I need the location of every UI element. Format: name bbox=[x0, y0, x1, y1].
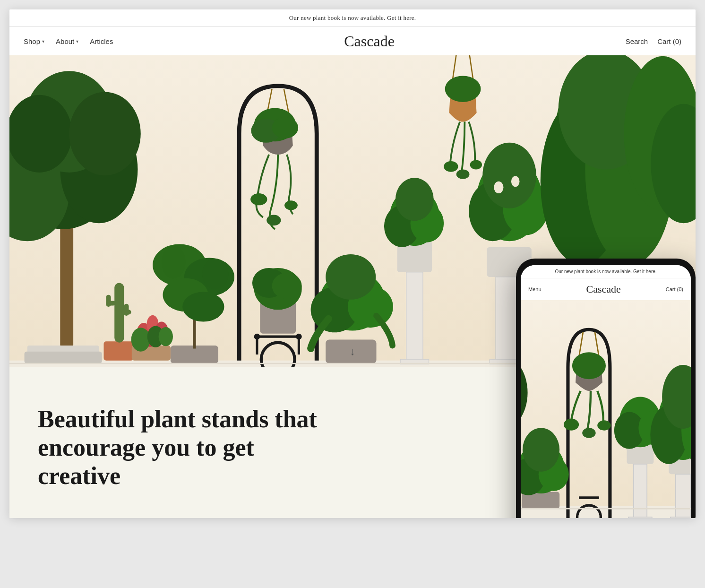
phone-mockup: Our new plant book is now available. Get… bbox=[516, 259, 696, 518]
svg-point-98 bbox=[582, 428, 595, 438]
phone-menu-button[interactable]: Menu bbox=[528, 286, 542, 292]
nav-cart[interactable]: Cart (0) bbox=[657, 37, 681, 45]
svg-point-51 bbox=[272, 273, 302, 299]
svg-point-23 bbox=[131, 328, 150, 352]
phone-hero: ↓ bbox=[521, 300, 691, 518]
svg-point-25 bbox=[159, 327, 173, 346]
below-hero-section: Beautiful plant stands that encourage yo… bbox=[9, 367, 696, 518]
svg-rect-12 bbox=[103, 341, 133, 360]
phone-announcement-bar: Our new plant book is now available. Get… bbox=[521, 265, 691, 278]
svg-point-110 bbox=[523, 428, 559, 471]
svg-point-69 bbox=[470, 160, 482, 169]
announcement-text: Our new plant book is now available. Get… bbox=[289, 14, 416, 21]
nav-right: Search Cart (0) bbox=[626, 37, 681, 45]
announcement-bar: Our new plant book is now available. Get… bbox=[9, 9, 696, 27]
nav-search[interactable]: Search bbox=[626, 37, 648, 45]
svg-rect-15 bbox=[106, 295, 111, 307]
phone-plant-scene bbox=[521, 300, 691, 518]
svg-rect-112 bbox=[634, 464, 647, 519]
svg-point-47 bbox=[284, 200, 298, 210]
svg-rect-17 bbox=[124, 304, 129, 316]
navigation: Shop ▾ About ▾ Articles Cascade Search bbox=[9, 27, 696, 55]
svg-point-77 bbox=[494, 182, 503, 193]
svg-point-78 bbox=[511, 176, 520, 187]
about-chevron-icon: ▾ bbox=[76, 39, 78, 44]
svg-point-44 bbox=[272, 117, 299, 138]
nav-left: Shop ▾ About ▾ Articles bbox=[24, 37, 113, 45]
desktop-site: Our new plant book is now available. Get… bbox=[9, 9, 696, 518]
svg-point-8 bbox=[9, 95, 72, 173]
phone-screen: Our new plant book is now available. Get… bbox=[521, 265, 691, 518]
svg-point-46 bbox=[267, 215, 281, 226]
hero-tagline: Beautiful plant stands that encourage yo… bbox=[38, 405, 321, 490]
svg-rect-58 bbox=[406, 272, 423, 361]
svg-point-63 bbox=[395, 178, 434, 221]
svg-point-9 bbox=[69, 92, 141, 175]
nav-shop[interactable]: Shop ▾ bbox=[24, 37, 44, 45]
phone-cart[interactable]: Cart (0) bbox=[666, 286, 683, 292]
svg-point-31 bbox=[182, 292, 224, 321]
svg-point-99 bbox=[597, 420, 610, 430]
site-logo[interactable]: Cascade bbox=[113, 33, 625, 50]
shop-chevron-icon: ▾ bbox=[42, 39, 44, 44]
svg-point-56 bbox=[326, 254, 376, 300]
nav-articles[interactable]: Articles bbox=[90, 37, 113, 45]
svg-rect-113 bbox=[628, 517, 652, 519]
svg-point-68 bbox=[456, 170, 470, 179]
phone-navigation: Menu Cascade Cart (0) bbox=[521, 278, 691, 300]
outer-wrapper: Our new plant book is now available. Get… bbox=[9, 9, 696, 518]
svg-point-97 bbox=[564, 419, 579, 431]
svg-point-45 bbox=[250, 193, 267, 205]
phone-logo[interactable]: Cascade bbox=[586, 283, 620, 295]
svg-point-66 bbox=[445, 76, 481, 102]
svg-rect-11 bbox=[25, 352, 102, 363]
svg-rect-118 bbox=[676, 474, 691, 518]
svg-point-33 bbox=[202, 259, 229, 290]
svg-point-32 bbox=[162, 245, 186, 279]
svg-point-96 bbox=[572, 352, 606, 379]
nav-about[interactable]: About ▾ bbox=[56, 37, 78, 45]
svg-rect-119 bbox=[671, 517, 691, 519]
svg-point-76 bbox=[482, 143, 536, 208]
scroll-down-arrow[interactable]: ↓ bbox=[350, 346, 355, 358]
svg-point-67 bbox=[444, 161, 458, 172]
